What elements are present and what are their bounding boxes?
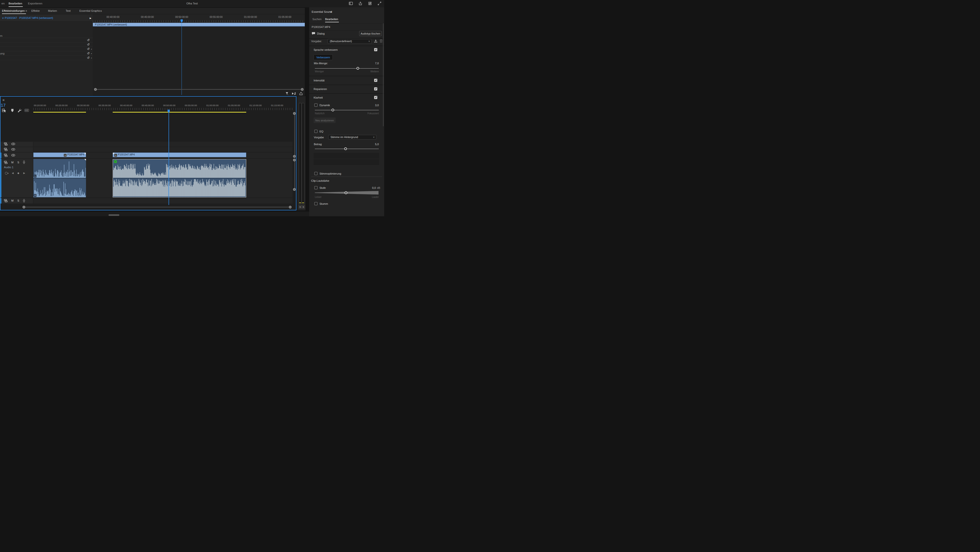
panel-scrollbar[interactable]	[383, 23, 384, 126]
workspace-panel-icon[interactable]	[349, 2, 353, 6]
breadcrumb-clip-name[interactable]: P1001547 · P1001547.MP4 (verbessert)	[5, 16, 53, 19]
playhead-line[interactable]	[169, 112, 169, 205]
add-keyframe-icon[interactable]: ◆	[18, 172, 19, 174]
effect-controls-ruler[interactable]: 00:40:00:0000:45:00:0000:50:00:0000:55:0…	[93, 14, 305, 22]
vertical-scrollbar-audio[interactable]	[294, 160, 295, 189]
audio-clip-2-selected[interactable]: fx	[113, 159, 246, 198]
reset-parameter-icon[interactable]: ↺	[87, 51, 90, 55]
audio-clip-1[interactable]: L R	[33, 159, 86, 198]
mute-track-button[interactable]: M	[11, 161, 13, 164]
panel-tab-1[interactable]: Effekteinstellungen	[2, 9, 25, 12]
clear-audio-type-button[interactable]: Audiotyp löschen	[359, 31, 382, 36]
mute-track-button[interactable]: M	[11, 199, 13, 202]
scrollbar-right-handle[interactable]	[289, 206, 291, 209]
panel-tab-3[interactable]: Marken	[48, 9, 57, 12]
clarity-checkbox[interactable]	[374, 96, 377, 99]
marker-icon[interactable]	[11, 108, 14, 112]
track-v3-lane[interactable]	[0, 142, 293, 147]
parameter-dropdown-icon[interactable]: ▾	[91, 57, 92, 59]
toggle-track-output-eye-icon[interactable]	[11, 148, 15, 151]
level-value[interactable]: 0,0	[372, 187, 376, 189]
es-tab-suchen[interactable]: Suchen	[312, 18, 321, 21]
quick-export-icon[interactable]	[358, 2, 363, 6]
source-patch-icon[interactable]	[4, 154, 8, 157]
meter-solo-left-button[interactable]: S	[299, 205, 302, 209]
scrollbar-left-handle[interactable]	[94, 88, 97, 91]
vertical-scrollbar-video[interactable]	[294, 113, 295, 158]
clip-duration-bar[interactable]: P1001547.MP4 (verbessert)	[93, 23, 305, 27]
toggle-track-output-eye-icon[interactable]	[11, 143, 15, 145]
preset-select[interactable]: (Benutzerdefiniert) ∨	[328, 39, 372, 44]
enhance-button[interactable]: Verbessern	[313, 54, 333, 60]
dynamics-checkbox[interactable]	[314, 104, 318, 107]
property-row[interactable]: rn	[0, 34, 92, 38]
timeline-menu-icon[interactable]: ≡	[2, 98, 5, 102]
save-preset-icon[interactable]	[374, 39, 377, 43]
parameter-dropdown-icon[interactable]: ▾	[91, 48, 92, 50]
mini-scrollbar-thumb[interactable]	[108, 214, 119, 216]
slider-handle[interactable]	[331, 108, 334, 111]
loudness-checkbox[interactable]	[374, 79, 377, 82]
timeline-timecode-partial[interactable]: :17	[0, 103, 6, 108]
fullscreen-icon[interactable]	[377, 2, 382, 6]
es-tab-bearbeiten[interactable]: Bearbeiten	[325, 18, 338, 21]
track-target-v1[interactable]	[0, 153, 2, 158]
panel-menu-icon[interactable]: ≡	[330, 10, 332, 14]
panel-tab-2[interactable]: Effekte	[31, 9, 40, 12]
horizontal-scrollbar[interactable]	[22, 206, 291, 208]
voice-over-record-mic-icon[interactable]	[22, 160, 25, 164]
vscroll-handle-top[interactable]	[293, 159, 296, 161]
volume-wedge-slider[interactable]	[315, 191, 379, 195]
playhead-line[interactable]	[181, 22, 182, 95]
timeline-settings-wrench-icon[interactable]	[18, 108, 22, 112]
source-patch-icon[interactable]	[4, 142, 8, 146]
reanalyze-button[interactable]: Neu analysieren	[313, 118, 336, 123]
track-a2-lane[interactable]	[0, 198, 293, 204]
dynamics-value[interactable]: 3,0	[375, 104, 379, 107]
vscroll-handle-bottom[interactable]	[293, 155, 296, 158]
level-checkbox[interactable]	[314, 186, 318, 189]
scrollbar-left-handle[interactable]	[22, 206, 25, 209]
enhance-speech-checkbox[interactable]	[374, 48, 377, 51]
track-v2-lane[interactable]	[0, 147, 293, 152]
repair-checkbox[interactable]	[374, 87, 377, 91]
solo-track-button[interactable]: S	[18, 161, 19, 164]
slider-handle[interactable]	[344, 147, 347, 150]
property-row[interactable]: ↺ ▾	[0, 47, 92, 51]
panel-expand-right-icon[interactable]: ▶	[90, 17, 91, 19]
scrollbar-right-handle[interactable]	[301, 88, 304, 91]
property-row[interactable]: ↺	[0, 42, 92, 47]
filter-properties-icon[interactable]	[285, 92, 289, 95]
mute-checkbox[interactable]	[314, 202, 318, 205]
panel-tab-5[interactable]: Essential Graphics	[80, 9, 102, 12]
timeline-ruler[interactable]: 00:20:00:0000:25:00:0000:30:00:0000:35:0…	[33, 102, 293, 112]
eq-amount-slider[interactable]	[315, 147, 379, 150]
track-target-a2[interactable]	[0, 198, 2, 204]
dynamics-slider[interactable]	[315, 108, 379, 111]
mix-amount-value[interactable]: 7,0	[375, 62, 379, 65]
property-row[interactable]: ung ↺ ▾	[0, 51, 92, 56]
property-row[interactable]: ↺	[0, 38, 92, 42]
play-audio-icon[interactable]	[292, 92, 296, 95]
video-clip-1[interactable]: fx P1001547.MP4	[33, 153, 86, 157]
track-header-v3[interactable]	[0, 142, 33, 147]
captions-icon[interactable]: CC	[24, 109, 29, 112]
export-frame-icon[interactable]	[299, 92, 303, 95]
track-header-a1[interactable]: M S ◯▾ ◀ ◆ ▶	[0, 159, 33, 198]
voice-enhance-checkbox[interactable]	[314, 172, 318, 175]
eq-checkbox[interactable]	[314, 130, 318, 133]
slider-handle[interactable]	[344, 191, 347, 194]
horizontal-zoom-scrollbar[interactable]	[94, 89, 304, 90]
insert-mode-icon[interactable]	[2, 108, 7, 113]
reset-parameter-icon[interactable]: ↺	[87, 47, 90, 51]
meter-solo-right-button[interactable]: S	[302, 205, 305, 209]
voice-over-record-mic-icon[interactable]	[22, 199, 25, 203]
solo-track-button[interactable]: S	[18, 199, 19, 202]
panel-menu-icon[interactable]: ≡	[25, 9, 27, 12]
slider-handle[interactable]	[356, 67, 359, 70]
previous-keyframe-icon[interactable]: ◀	[12, 172, 14, 174]
mix-amount-slider[interactable]	[315, 67, 379, 70]
track-header-v1[interactable]	[0, 153, 33, 158]
effect-controls-timeline[interactable]: 00:40:00:0000:45:00:0000:50:00:0000:55:0…	[93, 14, 305, 96]
panel-tab-4[interactable]: Text	[66, 9, 70, 12]
